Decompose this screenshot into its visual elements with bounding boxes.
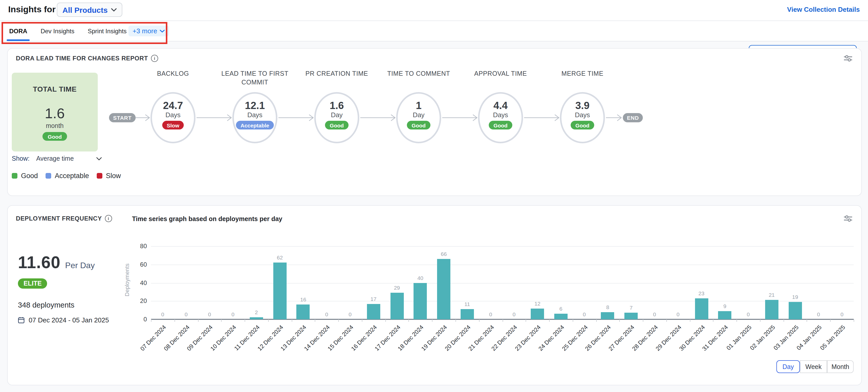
- granularity-button-month[interactable]: Month: [827, 360, 854, 373]
- show-metric-dropdown[interactable]: Show: Average time: [12, 155, 102, 162]
- bar[interactable]: [601, 312, 614, 319]
- lead-time-flow: START END BACKLOG24.7DaysSlowLEAD TIME T…: [8, 49, 861, 195]
- bar[interactable]: [414, 283, 427, 319]
- flow-end-pill: END: [623, 113, 643, 122]
- tab-sprint-insights[interactable]: Sprint Insights: [87, 21, 128, 41]
- lead-time-card: DORA LEAD TIME FOR CHANGES REPORT TOTAL …: [7, 48, 862, 196]
- page-title: Insights for: [8, 5, 56, 15]
- bar[interactable]: [390, 293, 404, 319]
- bar-value-label: 0: [668, 311, 688, 317]
- bar[interactable]: [788, 302, 802, 319]
- tab-dev-insights[interactable]: Dev Insights: [40, 21, 75, 41]
- x-axis-tick: [783, 319, 784, 322]
- bar[interactable]: [765, 300, 778, 319]
- x-axis-tick: [245, 319, 245, 322]
- x-axis-tick: [620, 319, 620, 322]
- x-axis-tick: [737, 319, 737, 322]
- bar-value-label: 0: [738, 311, 758, 317]
- stage-circle[interactable]: 12.1DaysAcceptable: [232, 92, 277, 143]
- bar-value-label: 16: [293, 297, 313, 303]
- stage-circle[interactable]: 1.6DayGood: [314, 92, 359, 143]
- x-axis-tick: [573, 319, 573, 322]
- status-legend: GoodAcceptableSlow: [12, 172, 121, 180]
- stage-unit: Day: [413, 111, 425, 119]
- bar-value-label: 0: [223, 311, 243, 317]
- stage-circle[interactable]: 1DayGood: [396, 92, 441, 143]
- granularity-button-day[interactable]: Day: [776, 360, 800, 373]
- product-selector-dropdown[interactable]: All Products: [57, 3, 123, 17]
- view-collection-details-link[interactable]: View Collection Details: [787, 6, 860, 13]
- status-badge: Acceptable: [236, 121, 274, 129]
- bar[interactable]: [554, 314, 567, 319]
- tabs-row: DORADev InsightsSprint Insights +3 more …: [0, 21, 868, 41]
- bar[interactable]: [273, 263, 286, 319]
- x-axis-tick: [409, 319, 409, 322]
- x-axis-tick: [760, 319, 761, 322]
- legend-color-swatch: [45, 173, 51, 179]
- bar-value-label: 11: [457, 301, 477, 307]
- bar-value-label: 0: [176, 311, 196, 317]
- stage-circle[interactable]: 24.7DaysSlow: [151, 92, 195, 143]
- deployments-bar-chart: 020406080007 Dec 2024008 Dec 2024009 Dec…: [8, 206, 861, 385]
- stage-unit: Day: [331, 111, 343, 119]
- x-axis-tick: [666, 319, 667, 322]
- bar[interactable]: [367, 304, 380, 319]
- bar-value-label: 0: [644, 311, 665, 317]
- bar[interactable]: [297, 305, 310, 319]
- x-axis-tick: [362, 319, 362, 322]
- bar-value-label: 6: [551, 306, 571, 312]
- stage-value: 3.9: [575, 100, 590, 112]
- status-badge: Good: [489, 121, 512, 129]
- x-axis-tick: [526, 319, 526, 322]
- bar-value-label: 23: [691, 290, 712, 296]
- stage-label: LEAD TIME TO FIRST COMMIT: [211, 69, 299, 87]
- stage-label: MERGE TIME: [539, 69, 626, 78]
- bar[interactable]: [718, 311, 732, 319]
- legend-label: Good: [21, 172, 38, 180]
- legend-item: Good: [12, 172, 38, 180]
- x-axis-tick: [385, 319, 385, 322]
- gridline: [151, 301, 854, 302]
- bar[interactable]: [437, 259, 451, 319]
- product-selector-value: All Products: [62, 5, 108, 14]
- chevron-down-icon: [160, 29, 165, 32]
- stage-value: 1: [416, 100, 422, 112]
- y-axis-tick-label: 0: [126, 315, 147, 324]
- show-value: Average time: [36, 155, 74, 162]
- stage-unit: Days: [575, 111, 590, 119]
- legend-color-swatch: [12, 173, 18, 179]
- bar-value-label: 0: [316, 311, 337, 317]
- granularity-button-week[interactable]: Week: [800, 360, 827, 373]
- legend-color-swatch: [97, 173, 102, 179]
- stage-circle[interactable]: 4.4DaysGood: [478, 92, 523, 143]
- x-axis-tick: [713, 319, 714, 322]
- bar-value-label: 2: [246, 309, 267, 315]
- top-header: Insights for All Products View Collectio…: [0, 0, 868, 21]
- x-axis-tick: [830, 319, 831, 322]
- stage-label: PR CREATION TIME: [293, 69, 380, 78]
- status-badge: Slow: [162, 121, 184, 129]
- bar[interactable]: [461, 309, 474, 319]
- bar[interactable]: [531, 308, 544, 319]
- chevron-down-icon: [96, 157, 102, 160]
- bar-value-label: 17: [363, 296, 384, 302]
- bar-value-label: 9: [715, 303, 735, 309]
- page: Insights for All Products View Collectio…: [0, 0, 868, 392]
- legend-label: Acceptable: [55, 172, 89, 180]
- bar-value-label: 0: [504, 311, 524, 317]
- tab-dora[interactable]: DORA: [8, 21, 28, 41]
- bar-value-label: 0: [808, 311, 829, 317]
- x-axis-tick: [432, 319, 432, 322]
- bar[interactable]: [250, 318, 263, 319]
- bar[interactable]: [624, 313, 638, 319]
- more-tabs-dropdown[interactable]: +3 more: [128, 26, 169, 36]
- x-axis-tick: [643, 319, 643, 322]
- x-axis-tick: [549, 319, 550, 322]
- flow-start-pill: START: [109, 113, 135, 122]
- bar-value-label: 62: [270, 254, 290, 261]
- stage-unit: Days: [247, 111, 262, 119]
- stage-label: TIME TO COMMENT: [375, 69, 462, 78]
- y-axis-tick-label: 80: [126, 242, 147, 250]
- stage-circle[interactable]: 3.9DaysGood: [560, 92, 605, 143]
- bar[interactable]: [695, 298, 708, 319]
